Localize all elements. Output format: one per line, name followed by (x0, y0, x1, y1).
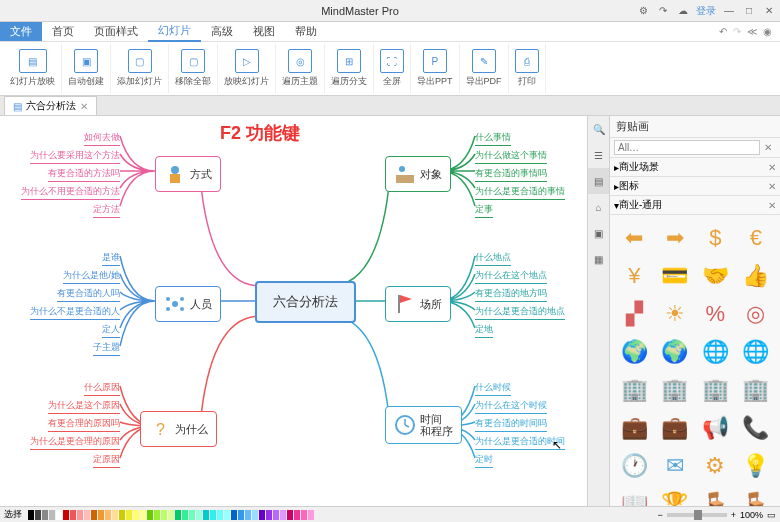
palette-swatch[interactable] (70, 510, 76, 520)
leaf-time-2[interactable]: 有更合适的时间吗 (475, 416, 547, 432)
branch-time[interactable]: 时间 和程序 (385, 406, 462, 444)
redo-icon[interactable]: ↷ (733, 26, 741, 37)
clipart-briefcase1[interactable]: 💼 (616, 411, 653, 445)
clipart-signpost-left[interactable]: ⬅ (616, 221, 653, 255)
ribbon-play[interactable]: ▷放映幻灯片 (218, 44, 276, 93)
side-calendar-icon[interactable]: ▦ (588, 246, 609, 272)
palette-swatch[interactable] (168, 510, 174, 520)
leaf-people-1[interactable]: 为什么是他/她 (63, 268, 120, 284)
settings-icon[interactable]: ⚙ (636, 4, 650, 18)
palette-swatch[interactable] (280, 510, 286, 520)
fit-icon[interactable]: ▭ (767, 510, 776, 520)
clipart-credit-card[interactable]: 💳 (657, 259, 694, 293)
palette-swatch[interactable] (308, 510, 314, 520)
menu-page-style[interactable]: 页面样式 (84, 22, 148, 41)
ribbon-slide-gen[interactable]: ▤幻灯片放映 (4, 44, 62, 93)
ribbon-ppt[interactable]: P导出PPT (411, 44, 460, 93)
leaf-time-4[interactable]: 定时 (475, 452, 493, 468)
clipart-building2[interactable]: 🏢 (657, 373, 694, 407)
side-layers-icon[interactable]: ☰ (588, 142, 609, 168)
cat-business-sub[interactable]: ▾ 商业-通用✕ (610, 196, 780, 215)
palette-swatch[interactable] (63, 510, 69, 520)
palette-swatch[interactable] (98, 510, 104, 520)
ribbon-new[interactable]: ▢添加幻灯片 (111, 44, 169, 93)
leaf-object-4[interactable]: 定事 (475, 202, 493, 218)
clipart-book[interactable]: 📖 (616, 487, 653, 506)
leaf-method-0[interactable]: 如何去做 (84, 130, 120, 146)
clipart-globe-teal[interactable]: 🌐 (738, 335, 775, 369)
share-icon[interactable]: ↷ (656, 4, 670, 18)
cat-business[interactable]: ▸ 商业场景✕ (610, 158, 780, 177)
clipart-phone[interactable]: 📞 (738, 411, 775, 445)
ribbon-loop[interactable]: ◎遍历主题 (276, 44, 325, 93)
palette-swatch[interactable] (182, 510, 188, 520)
leaf-place-1[interactable]: 为什么在这个地点 (475, 268, 547, 284)
palette-swatch[interactable] (28, 510, 34, 520)
palette-swatch[interactable] (77, 510, 83, 520)
side-search-icon[interactable]: 🔍 (588, 116, 609, 142)
clipart-target[interactable]: ◎ (738, 297, 775, 331)
ribbon-del[interactable]: ▢移除全部 (169, 44, 218, 93)
palette-swatch[interactable] (49, 510, 55, 520)
palette-swatch[interactable] (196, 510, 202, 520)
clipart-briefcase2[interactable]: 💼 (657, 411, 694, 445)
clipart-building3[interactable]: 🏢 (697, 373, 734, 407)
branch-people[interactable]: 人员 (155, 286, 221, 322)
side-disk-icon[interactable]: ▣ (588, 220, 609, 246)
ribbon-pdf[interactable]: ✎导出PDF (460, 44, 509, 93)
branch-method[interactable]: 方式 (155, 156, 221, 192)
clipart-building4[interactable]: 🏢 (738, 373, 775, 407)
leaf-why-3[interactable]: 为什么是更合理的原因 (30, 434, 120, 450)
palette-swatch[interactable] (224, 510, 230, 520)
menu-advanced[interactable]: 高级 (201, 22, 243, 41)
leaf-method-2[interactable]: 有更合适的方法吗 (48, 166, 120, 182)
leaf-time-0[interactable]: 什么时候 (475, 380, 511, 396)
leaf-why-1[interactable]: 为什么是这个原因 (48, 398, 120, 414)
clipart-thumbs-up[interactable]: 👍 (738, 259, 775, 293)
palette-swatch[interactable] (294, 510, 300, 520)
close-icon[interactable]: ✕ (762, 4, 776, 18)
search-x-icon[interactable]: ✕ (760, 142, 776, 153)
leaf-people-3[interactable]: 为什么不是更合适的人 (30, 304, 120, 320)
side-clipart-icon[interactable]: ▤ (588, 168, 609, 194)
leaf-people-0[interactable]: 是谁 (102, 250, 120, 266)
palette-swatch[interactable] (259, 510, 265, 520)
cloud-icon[interactable]: ☁ (676, 4, 690, 18)
zoom-slider[interactable] (667, 513, 727, 517)
side-tag-icon[interactable]: ⌂ (588, 194, 609, 220)
undo-icon[interactable]: ↶ (719, 26, 727, 37)
leaf-place-3[interactable]: 为什么是更合适的地点 (475, 304, 565, 320)
palette-swatch[interactable] (273, 510, 279, 520)
clipart-globe-green[interactable]: 🌍 (657, 335, 694, 369)
menu-start[interactable]: 首页 (42, 22, 84, 41)
palette-swatch[interactable] (42, 510, 48, 520)
palette-swatch[interactable] (126, 510, 132, 520)
tab-close-icon[interactable]: ✕ (80, 101, 88, 112)
palette-swatch[interactable] (147, 510, 153, 520)
palette-swatch[interactable] (231, 510, 237, 520)
clipart-signpost-right[interactable]: ➡ (657, 221, 694, 255)
menu-view[interactable]: 视图 (243, 22, 285, 41)
clipart-euro[interactable]: € (738, 221, 775, 255)
clipart-megaphone[interactable]: 📢 (697, 411, 734, 445)
palette-swatch[interactable] (238, 510, 244, 520)
menu-slideshow[interactable]: 幻灯片 (148, 21, 201, 42)
palette-swatch[interactable] (245, 510, 251, 520)
palette-swatch[interactable] (91, 510, 97, 520)
leaf-time-1[interactable]: 为什么在这个时候 (475, 398, 547, 414)
branch-place[interactable]: 场所 (385, 286, 451, 322)
palette-swatch[interactable] (217, 510, 223, 520)
color-palette[interactable] (28, 510, 651, 520)
ribbon-auto[interactable]: ▣自动创建 (62, 44, 111, 93)
canvas[interactable]: F2 功能键 六合分析法 方式 人员 ? 为什么 对象 场所 时间 和程序 (0, 116, 587, 506)
palette-swatch[interactable] (56, 510, 62, 520)
leaf-method-1[interactable]: 为什么要采用这个方法 (30, 148, 120, 164)
palette-swatch[interactable] (210, 510, 216, 520)
clipart-star-burst[interactable]: ☀ (657, 297, 694, 331)
clipart-globe-blue[interactable]: 🌐 (697, 335, 734, 369)
leaf-why-0[interactable]: 什么原因 (84, 380, 120, 396)
menu-help[interactable]: 帮助 (285, 22, 327, 41)
leaf-place-0[interactable]: 什么地点 (475, 250, 511, 266)
leaf-people-2[interactable]: 有更合适的人吗 (57, 286, 120, 302)
clipart-globe-search[interactable]: 🌍 (616, 335, 653, 369)
